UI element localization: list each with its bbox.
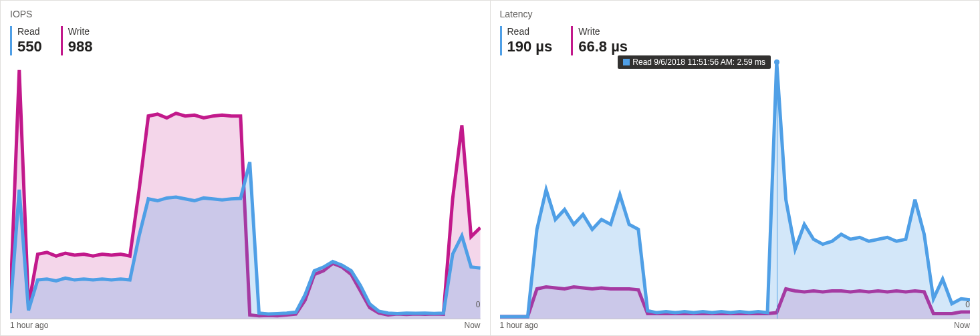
latency-title: Latency [500,9,971,19]
latency-x-end: Now [954,321,970,330]
iops-write-label: Write [68,26,93,37]
iops-metrics: Read 550 Write 988 [10,26,481,55]
read-color-swatch-icon [623,59,630,65]
iops-read-label: Read [17,26,42,37]
latency-chart[interactable]: 0 Read 9/6/2018 11:51:56 AM: 2.59 ms [500,61,971,319]
latency-metrics: Read 190 µs Write 66.8 µs [500,26,971,55]
latency-write-metric: Write 66.8 µs [571,26,628,55]
iops-y-zero: 0 [476,300,481,309]
latency-x-start: 1 hour ago [500,321,538,330]
latency-y-zero: 0 [965,300,970,309]
iops-x-start: 1 hour ago [10,321,48,330]
latency-read-value: 190 µs [507,38,553,55]
iops-x-axis: 1 hour ago Now [10,319,481,331]
iops-panel: IOPS Read 550 Write 988 0 1 hour ago Now [1,1,490,335]
latency-hover-line [777,61,777,319]
iops-title: IOPS [10,9,481,19]
latency-panel: Latency Read 190 µs Write 66.8 µs 0 Read… [490,1,980,335]
latency-tooltip-text: Read 9/6/2018 11:51:56 AM: 2.59 ms [632,57,765,67]
latency-write-value: 66.8 µs [578,38,628,55]
iops-read-metric: Read 550 [10,26,42,55]
iops-x-end: Now [464,321,480,330]
iops-write-metric: Write 988 [61,26,93,55]
iops-read-value: 550 [17,38,42,55]
latency-hover-dot [774,59,779,65]
iops-write-value: 988 [68,38,93,55]
latency-read-label: Read [507,26,553,37]
latency-x-axis: 1 hour ago Now [500,319,971,331]
latency-write-label: Write [578,26,628,37]
latency-tooltip: Read 9/6/2018 11:51:56 AM: 2.59 ms [618,55,771,69]
latency-read-metric: Read 190 µs [500,26,553,55]
iops-chart[interactable]: 0 [10,61,481,319]
